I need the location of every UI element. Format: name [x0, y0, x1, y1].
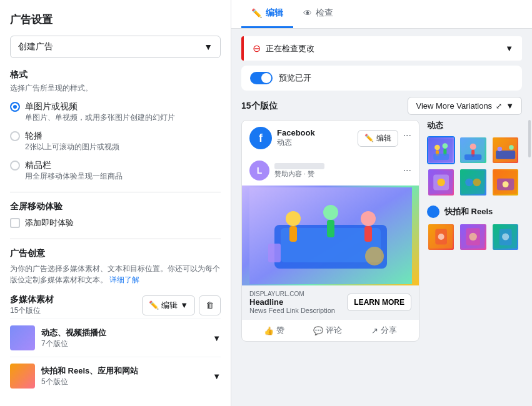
share-action[interactable]: ↗ 分享 — [371, 325, 397, 336]
thumb-grid-0 — [427, 136, 519, 197]
placement-thumb-img-0 — [10, 325, 35, 350]
preview-toggle[interactable] — [250, 72, 273, 84]
share-label: 分享 — [381, 325, 397, 336]
creative-section: 广告创意 为你的广告选择多媒体素材、文本和目标位置。你还可以为每个版位定制多媒体… — [10, 239, 221, 395]
ad-edit-icon: ✏️ — [364, 134, 374, 142]
tab-check[interactable]: 👁 检查 — [293, 0, 343, 28]
scrollbar-thumb — [528, 120, 531, 157]
left-panel: 广告设置 创建广告 ▼ 格式 选择广告所呈现的样式。 单图片或视频 单图片、单视… — [0, 0, 231, 406]
svg-point-42 — [502, 234, 509, 240]
svg-rect-16 — [433, 154, 449, 160]
format-desc: 选择广告所呈现的样式。 — [10, 83, 221, 94]
svg-point-24 — [509, 145, 513, 149]
view-more-label: View More Variations — [416, 101, 492, 111]
format-option-carousel[interactable]: 轮播 2张以上可滚动的图片或视频 — [10, 131, 221, 152]
creative-title: 广告创意 — [10, 248, 221, 259]
format-label: 格式 — [10, 69, 221, 81]
svg-point-27 — [437, 179, 444, 186]
placement-item-0[interactable]: 动态、视频插播位 7个版位 ▼ — [10, 319, 221, 357]
ad-user-left: L 赞助内容 · 赞 — [249, 161, 324, 181]
creative-learn-more-link[interactable]: 详细了解 — [109, 275, 139, 284]
svg-point-39 — [469, 233, 477, 240]
post-more-options[interactable]: ··· — [403, 165, 411, 176]
svg-rect-20 — [464, 154, 481, 160]
edit-arrow-icon: ▼ — [180, 300, 188, 310]
thumb-item-t2[interactable] — [459, 136, 487, 164]
creative-desc: 为你的广告选择多媒体素材、文本和目标位置。你还可以为每个版位定制多媒体素材和文本… — [10, 263, 221, 285]
media-title: 多媒体素材 — [10, 294, 54, 305]
ad-preview-card: f Facebook 动态 ✏️ 编辑 ··· — [241, 120, 419, 342]
create-ad-dropdown[interactable]: 创建广告 ▼ — [10, 36, 221, 58]
dropdown-arrow-icon: ▼ — [204, 42, 213, 52]
instant-experience-row[interactable]: 添加即时体验 — [10, 217, 221, 229]
thumb-item-s3[interactable] — [491, 223, 519, 251]
fullscreen-title: 全屏移动体验 — [10, 201, 221, 212]
right-panel: ✏️ 编辑 👁 检查 ⊖ 正在检查更改 ▼ 预览已开 15个版位 — [231, 0, 532, 406]
right-main: f Facebook 动态 ✏️ 编辑 ··· — [231, 115, 532, 347]
thumb-item-t3[interactable] — [491, 136, 519, 164]
thumb-item-t6[interactable] — [491, 168, 519, 196]
media-edit-button[interactable]: ✏️ 编辑 ▼ — [142, 295, 195, 315]
edit-pencil-icon: ✏️ — [149, 300, 159, 310]
format-option-collection[interactable]: 精品栏 用全屏移动体验呈现一组商品 — [10, 160, 221, 182]
learn-more-button[interactable]: LEARN MORE — [347, 294, 411, 311]
placement-thumb-1 — [10, 364, 35, 389]
like-action[interactable]: 👍 赞 — [264, 325, 284, 336]
format-section: 格式 选择广告所呈现的样式。 单图片或视频 单图片、单视频，或用多张图片创建的幻… — [10, 69, 221, 182]
format-option-single[interactable]: 单图片或视频 单图片、单视频，或用多张图片创建的幻灯片 — [10, 101, 221, 123]
ad-user-row: L 赞助内容 · 赞 ··· — [242, 156, 419, 186]
placement-count-0: 7个版位 — [41, 339, 106, 349]
share-icon: ↗ — [371, 326, 378, 335]
svg-rect-22 — [496, 151, 515, 159]
edit-tab-icon: ✏️ — [251, 8, 262, 18]
radio-carousel[interactable] — [10, 131, 20, 141]
link-domain: DISPLAYURL.COM — [249, 290, 335, 297]
placement-chevron-1: ▼ — [213, 372, 221, 381]
thumb-item-t4[interactable] — [427, 168, 455, 196]
view-more-variations-button[interactable]: View More Variations ⤢ ▼ — [408, 97, 522, 115]
scrollbar[interactable] — [527, 115, 532, 347]
radio-collection[interactable] — [10, 161, 20, 171]
comment-action[interactable]: 💬 评论 — [313, 325, 342, 336]
collection-title: 精品栏 — [25, 160, 123, 171]
alert-icon: ⊖ — [253, 42, 261, 54]
svg-rect-6 — [327, 220, 334, 237]
alert-left: ⊖ 正在检查更改 — [253, 42, 314, 54]
single-desc: 单图片、单视频，或用多张图片创建的幻灯片 — [25, 112, 175, 123]
instant-experience-label: 添加即时体验 — [25, 217, 74, 229]
platform-name: Facebook — [277, 128, 315, 137]
ad-link-info: DISPLAYURL.COM Headline News Feed Link D… — [249, 290, 335, 314]
svg-rect-8 — [364, 226, 372, 242]
alert-bar: ⊖ 正在检查更改 ▼ — [241, 36, 522, 61]
ad-image — [242, 186, 419, 285]
thumb-img-t6 — [493, 169, 518, 195]
svg-point-9 — [365, 247, 384, 265]
facebook-icon: f — [249, 127, 272, 149]
tab-edit[interactable]: ✏️ 编辑 — [241, 0, 293, 28]
media-delete-button[interactable]: 🗑 — [199, 295, 221, 315]
svg-point-14 — [443, 143, 448, 149]
radio-single[interactable] — [10, 102, 20, 112]
instant-experience-checkbox[interactable] — [10, 218, 20, 228]
placement-item-1[interactable]: 快拍和 Reels、应用和网站 5个版位 ▼ — [10, 357, 221, 395]
check-tab-label: 检查 — [316, 7, 333, 19]
thumb-item-t5[interactable] — [459, 168, 487, 196]
single-title: 单图片或视频 — [25, 101, 175, 112]
svg-point-12 — [434, 144, 440, 150]
thumb-item-s2[interactable] — [459, 223, 487, 251]
ad-card-actions: ✏️ 编辑 ··· — [358, 130, 411, 147]
alert-text: 正在检查更改 — [266, 43, 314, 54]
ad-platform: f Facebook 动态 — [249, 127, 315, 149]
placement-title-1: 快拍和 Reels、应用和网站 — [41, 365, 138, 377]
ad-more-options[interactable]: ··· — [403, 130, 411, 147]
svg-point-33 — [502, 181, 508, 187]
media-count: 15个版位 — [10, 305, 54, 316]
thumb-img-t4 — [428, 169, 454, 195]
variations-count: 15个版位 — [241, 101, 278, 112]
view-more-chevron: ▼ — [506, 101, 514, 111]
ad-edit-button[interactable]: ✏️ 编辑 — [358, 130, 398, 147]
collection-desc: 用全屏移动体验呈现一组商品 — [25, 171, 123, 182]
right-content: ⊖ 正在检查更改 ▼ 预览已开 15个版位 View More Variatio… — [231, 29, 532, 406]
thumb-item-s1[interactable] — [427, 223, 455, 251]
thumb-item-t1[interactable] — [427, 136, 455, 164]
